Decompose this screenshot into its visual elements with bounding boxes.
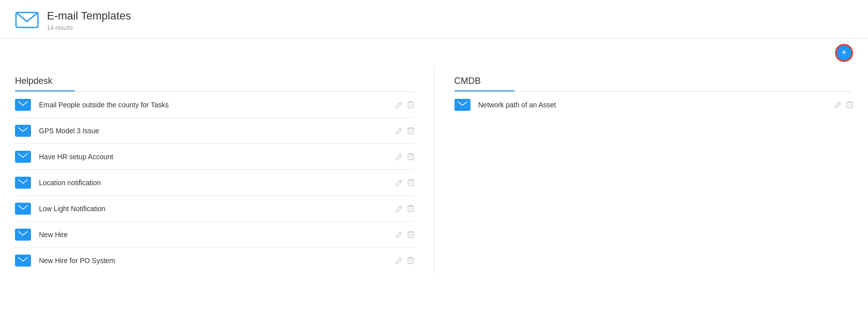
item-actions — [396, 257, 414, 264]
list-item: New Hire — [15, 222, 414, 248]
edit-icon[interactable] — [396, 257, 403, 264]
item-actions — [396, 101, 414, 108]
edit-icon[interactable] — [396, 127, 403, 134]
mail-icon — [15, 99, 31, 111]
email-templates-icon — [15, 10, 39, 29]
item-actions — [396, 153, 414, 160]
svg-rect-39 — [408, 206, 414, 212]
svg-line-29 — [399, 181, 401, 182]
item-label: Network path of an Asset — [478, 101, 835, 109]
cmdb-heading: CMDB — [454, 76, 514, 91]
results-count: 14 results — [47, 24, 131, 31]
mail-icon — [15, 151, 31, 163]
svg-line-38 — [399, 207, 401, 208]
add-button[interactable]: + — [835, 44, 853, 62]
svg-rect-3 — [408, 102, 414, 108]
item-actions — [835, 101, 853, 108]
page-header: E-mail Templates 14 results — [0, 0, 868, 39]
item-label: Have HR setup Account — [39, 153, 396, 161]
delete-icon[interactable] — [408, 127, 414, 134]
cmdb-column: CMDB Network path of an Asset — [454, 66, 854, 273]
list-item: New Hire for PO System — [15, 248, 414, 273]
delete-icon[interactable] — [408, 101, 414, 108]
mail-icon — [15, 177, 31, 189]
mail-icon — [15, 255, 31, 267]
item-label: GPS Model 3 Issue — [39, 127, 396, 135]
item-label: Low Light Notification — [39, 205, 396, 213]
item-label: Location notification — [39, 179, 396, 187]
svg-line-47 — [399, 233, 401, 234]
svg-line-11 — [399, 129, 401, 130]
edit-icon[interactable] — [396, 101, 403, 108]
list-item: Network path of an Asset — [454, 92, 854, 117]
item-label: Email People outside the county for Task… — [39, 101, 396, 109]
item-actions — [396, 127, 414, 134]
svg-rect-12 — [408, 128, 414, 134]
delete-icon[interactable] — [408, 205, 414, 212]
page-container: E-mail Templates 14 results + Helpdesk E… — [0, 0, 868, 316]
item-label: New Hire for PO System — [39, 257, 396, 265]
helpdesk-heading: Helpdesk — [15, 76, 75, 91]
helpdesk-column: Helpdesk Email People outside the county… — [15, 66, 434, 273]
header-text: E-mail Templates 14 results — [47, 9, 131, 31]
item-actions — [396, 179, 414, 186]
item-label: New Hire — [39, 231, 396, 239]
helpdesk-section-header-row: Helpdesk — [15, 66, 414, 92]
edit-icon[interactable] — [835, 101, 842, 108]
cmdb-section-header-row: CMDB — [454, 66, 854, 92]
svg-line-20 — [399, 155, 401, 156]
page-title: E-mail Templates — [47, 9, 131, 23]
delete-icon[interactable] — [847, 101, 853, 108]
edit-icon[interactable] — [396, 205, 403, 212]
toolbar-row: + — [0, 39, 868, 66]
mail-icon — [15, 125, 31, 137]
svg-line-56 — [399, 259, 401, 260]
item-actions — [396, 205, 414, 212]
svg-line-2 — [399, 103, 401, 104]
delete-icon[interactable] — [408, 153, 414, 160]
delete-icon[interactable] — [408, 231, 414, 238]
cmdb-list: Network path of an Asset — [454, 92, 854, 117]
svg-line-65 — [839, 103, 840, 104]
svg-rect-21 — [408, 154, 414, 160]
svg-rect-66 — [847, 102, 853, 108]
content-area: Helpdesk Email People outside the county… — [0, 66, 868, 273]
list-item: Email People outside the county for Task… — [15, 92, 414, 118]
mail-icon — [454, 99, 470, 111]
mail-icon — [15, 203, 31, 215]
list-item: Low Light Notification — [15, 196, 414, 222]
helpdesk-list: Email People outside the county for Task… — [15, 92, 414, 273]
edit-icon[interactable] — [396, 231, 403, 238]
svg-rect-30 — [408, 180, 414, 186]
delete-icon[interactable] — [408, 257, 414, 264]
svg-rect-57 — [408, 258, 414, 264]
item-actions — [396, 231, 414, 238]
edit-icon[interactable] — [396, 153, 403, 160]
edit-icon[interactable] — [396, 179, 403, 186]
delete-icon[interactable] — [408, 179, 414, 186]
svg-rect-48 — [408, 232, 414, 238]
mail-icon — [15, 229, 31, 241]
list-item: Have HR setup Account — [15, 144, 414, 170]
list-item: GPS Model 3 Issue — [15, 118, 414, 144]
list-item: Location notification — [15, 170, 414, 196]
